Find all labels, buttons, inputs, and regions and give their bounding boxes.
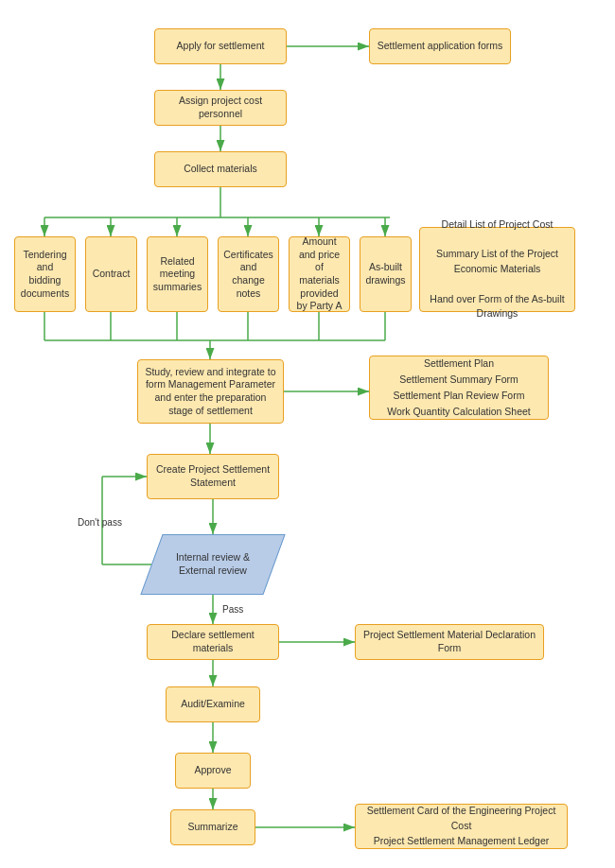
flowchart-diagram: Pass Don't pass Apply for settlement Set… [0, 0, 615, 868]
detail-list-box: Detail List of Project Cost Summary List… [419, 227, 575, 312]
collect-box: Collect materials [154, 151, 287, 187]
study-box: Study, review and integrate to form Mana… [137, 359, 284, 424]
review-diamond: Internal review & External review [151, 534, 274, 595]
meeting-box: Related meeting summaries [147, 236, 208, 312]
svg-text:Don't pass: Don't pass [78, 517, 122, 528]
amount-box: Amount and price of materials provided b… [289, 236, 350, 312]
assign-box: Assign project cost personnel [154, 90, 287, 126]
asbuilt-box: As-built drawings [360, 236, 412, 312]
declaration-form-box: Project Settlement Material Declaration … [355, 624, 544, 660]
svg-text:Pass: Pass [222, 604, 243, 615]
summarize-box: Summarize [170, 809, 255, 845]
tendering-box: Tendering and bidding documents [14, 236, 76, 312]
create-box: Create Project Settlement Statement [147, 454, 279, 499]
settlement-card-box: Settlement Card of the Engineering Proje… [355, 804, 568, 849]
declare-box: Declare settlement materials [147, 624, 279, 660]
audit-box: Audit/Examine [166, 686, 260, 722]
approve-box: Approve [175, 753, 251, 789]
apply-box: Apply for settlement [154, 28, 287, 64]
contract-box: Contract [85, 236, 137, 312]
settlement-forms-box: Settlement application forms [369, 28, 511, 64]
certificates-box: Certificates and change notes [218, 236, 279, 312]
settlement-plan-box: Settlement Plan Settlement Summary Form … [369, 356, 549, 420]
